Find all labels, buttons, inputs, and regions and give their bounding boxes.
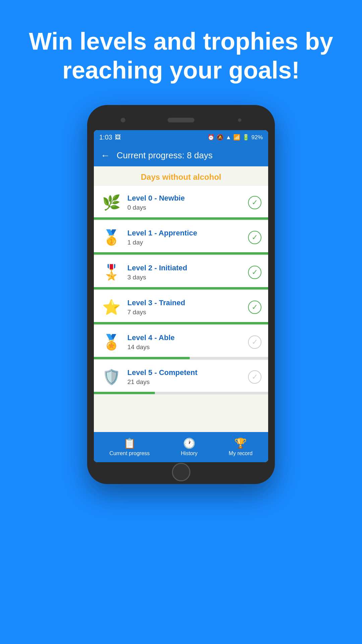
- level-4-check: ✓: [248, 335, 261, 349]
- wifi-icon: ▲: [226, 134, 231, 141]
- status-time: 1:03: [99, 133, 112, 141]
- list-item: 🎖️ Level 2 - Initiated 3 days ✓: [94, 256, 268, 290]
- phone-speaker: [168, 118, 194, 122]
- nav-item-history[interactable]: 🕐 History: [181, 437, 198, 457]
- app-bar-title: Current progress: 8 days: [117, 150, 213, 161]
- nav-label-current-progress: Current progress: [110, 450, 150, 457]
- level-5-info: Level 5 - Competent 21 days: [127, 368, 243, 386]
- level-1-check: ✓: [248, 231, 261, 244]
- level-1-progress-fill: [94, 252, 268, 255]
- level-3-info: Level 3 - Trained 7 days: [127, 299, 243, 316]
- nav-item-current-progress[interactable]: 📋 Current progress: [110, 437, 150, 457]
- level-3-name: Level 3 - Trained: [127, 299, 243, 307]
- level-5-progress-bar: [94, 392, 268, 394]
- level-2-name: Level 2 - Initiated: [127, 264, 243, 272]
- battery-icon: 🔋: [242, 134, 249, 141]
- content-area: Days without alcohol 🌿 Level 0 - Newbie …: [94, 166, 268, 432]
- current-progress-icon: 📋: [123, 437, 136, 449]
- history-icon: 🕐: [183, 437, 195, 449]
- levels-list: 🌿 Level 0 - Newbie 0 days ✓ 🥇: [94, 186, 268, 432]
- nav-item-my-record[interactable]: 🏆 My record: [229, 437, 252, 457]
- list-item: 🛡️ Level 5 - Competent 21 days ✓: [94, 360, 268, 394]
- level-0-icon: 🌿: [101, 192, 122, 213]
- level-2-days: 3 days: [127, 274, 243, 281]
- nav-label-history: History: [181, 450, 198, 457]
- level-4-progress-fill: [94, 357, 190, 359]
- level-0-progress-fill: [94, 217, 268, 220]
- nav-label-my-record: My record: [229, 450, 252, 457]
- level-3-days: 7 days: [127, 309, 243, 316]
- list-item: 🏅 Level 4 - Able 14 days ✓: [94, 325, 268, 360]
- level-1-days: 1 day: [127, 239, 243, 246]
- level-0-days: 0 days: [127, 204, 243, 211]
- level-4-progress-bar: [94, 357, 268, 359]
- level-3-icon: ⭐: [101, 297, 122, 318]
- level-2-info: Level 2 - Initiated 3 days: [127, 264, 243, 281]
- level-2-progress-bar: [94, 287, 268, 289]
- list-item: ⭐ Level 3 - Trained 7 days ✓: [94, 290, 268, 325]
- home-button[interactable]: [172, 463, 190, 481]
- status-bar: 1:03 🖼 ⏰ 🔕 ▲ 📶 🔋 92%: [94, 130, 268, 145]
- notification-icon: 🖼: [115, 134, 121, 141]
- phone-light: [238, 118, 241, 122]
- section-title: Days without alcohol: [141, 172, 221, 181]
- app-bar: ← Current progress: 8 days: [94, 145, 268, 166]
- level-3-check: ✓: [248, 301, 261, 314]
- level-0-check: ✓: [248, 196, 261, 209]
- signal-icon: 📶: [233, 134, 240, 141]
- level-4-icon: 🏅: [101, 331, 122, 353]
- level-4-name: Level 4 - Able: [127, 333, 243, 342]
- level-2-progress-fill: [94, 287, 268, 289]
- status-right: ⏰ 🔕 ▲ 📶 🔋 92%: [207, 134, 263, 141]
- level-3-progress-fill: [94, 322, 268, 324]
- level-0-progress-bar: [94, 217, 268, 220]
- level-1-info: Level 1 - Apprentice 1 day: [127, 229, 243, 246]
- phone-top-bar: [94, 112, 268, 128]
- level-5-icon: 🛡️: [101, 366, 122, 388]
- level-1-name: Level 1 - Apprentice: [127, 229, 243, 237]
- level-5-check: ✓: [248, 370, 261, 384]
- level-3-progress-bar: [94, 322, 268, 324]
- phone-camera: [121, 118, 125, 122]
- section-header: Days without alcohol: [94, 166, 268, 186]
- level-5-days: 21 days: [127, 378, 243, 386]
- my-record-icon: 🏆: [234, 437, 247, 449]
- status-left: 1:03 🖼: [99, 133, 121, 141]
- level-5-name: Level 5 - Competent: [127, 368, 243, 377]
- bottom-nav: 📋 Current progress 🕐 History 🏆 My record: [94, 432, 268, 462]
- level-1-progress-bar: [94, 252, 268, 255]
- phone-bottom-bar: [94, 464, 268, 481]
- phone-device: 1:03 🖼 ⏰ 🔕 ▲ 📶 🔋 92% ← Current progress:…: [87, 105, 275, 484]
- level-4-days: 14 days: [127, 343, 243, 351]
- list-item: 🥇 Level 1 - Apprentice 1 day ✓: [94, 221, 268, 255]
- level-5-progress-fill: [94, 392, 155, 394]
- hero-title: Win levels and trophies by reaching your…: [0, 0, 362, 105]
- phone-screen: 1:03 🖼 ⏰ 🔕 ▲ 📶 🔋 92% ← Current progress:…: [94, 130, 268, 462]
- mute-icon: 🔕: [217, 134, 224, 141]
- alarm-icon: ⏰: [207, 134, 215, 141]
- level-2-check: ✓: [248, 266, 261, 279]
- battery-level: 92%: [251, 134, 263, 141]
- level-2-icon: 🎖️: [101, 262, 122, 283]
- level-0-info: Level 0 - Newbie 0 days: [127, 194, 243, 211]
- level-0-name: Level 0 - Newbie: [127, 194, 243, 203]
- list-item: 🌿 Level 0 - Newbie 0 days ✓: [94, 186, 268, 220]
- level-1-icon: 🥇: [101, 227, 122, 248]
- back-button[interactable]: ←: [101, 150, 110, 161]
- level-4-info: Level 4 - Able 14 days: [127, 333, 243, 351]
